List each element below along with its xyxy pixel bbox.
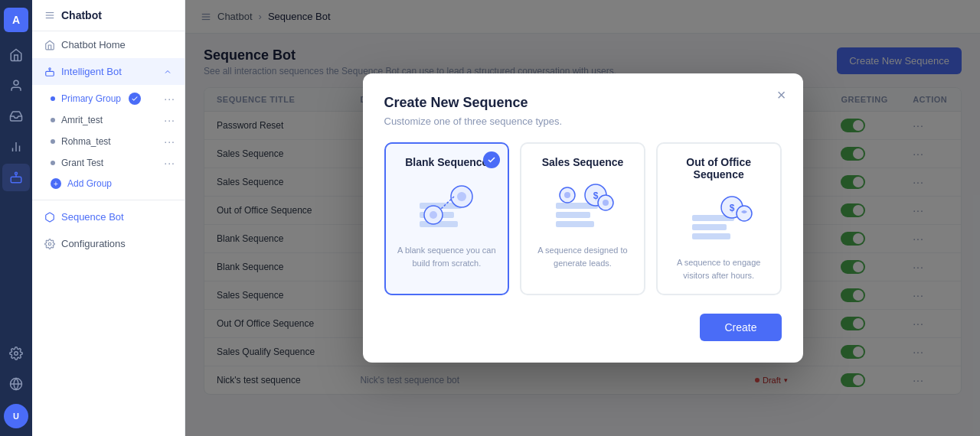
group-badge (129, 93, 141, 105)
nav-integrations[interactable] (2, 370, 30, 398)
svg-point-15 (49, 67, 51, 69)
card-office-illustration: $ (667, 190, 771, 247)
nav-reports[interactable] (2, 133, 30, 161)
group-rohma-label: Rohma_test (61, 136, 111, 147)
modal-title: Create New Sequence (384, 95, 782, 111)
group-primary-label: Primary Group (61, 93, 121, 104)
logo[interactable]: A (4, 8, 28, 32)
group-grant-label: Grant Test (61, 158, 103, 168)
group-dots-rohma[interactable]: ··· (164, 135, 175, 148)
add-group-button[interactable]: + Add Group (32, 174, 185, 194)
intelligent-bot-label: Intelligent Bot (61, 66, 122, 77)
modal-footer: Create (384, 314, 782, 341)
modal-subtitle: Customize one of three sequence types. (384, 116, 782, 127)
card-sales-desc: A sequence designed to generate leads. (531, 244, 635, 269)
nav-chatbot-home[interactable]: Chatbot Home (32, 31, 185, 58)
modal-overlay[interactable]: × Create New Sequence Customize one of t… (185, 0, 980, 436)
svg-text:$: $ (593, 190, 599, 201)
svg-point-16 (48, 242, 51, 246)
group-item-amrit[interactable]: Amrit_test ··· (32, 109, 185, 131)
card-blank-desc: A blank sequence you can build from scra… (395, 244, 499, 269)
card-blank-illustration (395, 177, 499, 235)
chatbot-home-label: Chatbot Home (61, 39, 126, 50)
svg-rect-38 (692, 233, 730, 239)
svg-point-0 (14, 80, 18, 85)
svg-rect-37 (692, 224, 727, 230)
card-sales[interactable]: Sales Sequence $ (520, 142, 645, 295)
card-blank[interactable]: Blank Sequence A blank (384, 142, 510, 295)
user-avatar[interactable]: U (4, 404, 28, 428)
svg-point-24 (457, 192, 466, 201)
card-sales-illustration: $ (531, 177, 635, 235)
svg-text:$: $ (729, 203, 734, 213)
nav-settings[interactable] (2, 340, 30, 367)
group-item-grant[interactable]: Grant Test ··· (32, 152, 185, 174)
svg-point-26 (430, 211, 437, 219)
nav-bots[interactable] (2, 164, 30, 191)
nav-home[interactable] (2, 41, 30, 69)
add-group-label: Add Group (67, 178, 112, 189)
icon-sidebar: A U (0, 0, 32, 436)
nav-sequence-bot[interactable]: Sequence Bot (32, 203, 185, 230)
group-dots-amrit[interactable]: ··· (164, 114, 175, 126)
card-check-blank (483, 151, 500, 168)
group-dots-primary[interactable]: ··· (164, 93, 175, 105)
card-sales-title: Sales Sequence (531, 156, 635, 168)
svg-rect-14 (46, 71, 54, 76)
nav-inbox[interactable] (2, 102, 30, 130)
svg-rect-29 (556, 221, 594, 227)
groups-section: Primary Group ··· Amrit_test ··· Rohma_t… (32, 85, 185, 197)
svg-point-33 (603, 200, 609, 206)
group-dots-grant[interactable]: ··· (164, 157, 175, 169)
sequence-bot-label: Sequence Bot (61, 211, 124, 223)
nav-intelligent-bot[interactable]: Intelligent Bot (32, 58, 185, 85)
configurations-label: Configurations (61, 238, 126, 249)
nav-contacts[interactable] (2, 72, 30, 99)
left-panel-header: Chatbot (32, 0, 185, 31)
svg-point-35 (564, 192, 570, 198)
create-sequence-modal: × Create New Sequence Customize one of t… (363, 73, 803, 363)
card-office[interactable]: Out of Office Sequence $ A sequence to (656, 142, 782, 295)
group-item-rohma[interactable]: Rohma_test ··· (32, 131, 185, 152)
modal-close-button[interactable]: × (771, 84, 792, 106)
content-area: Chatbot › Sequence Bot Sequence Bot See … (185, 0, 980, 436)
svg-rect-4 (11, 177, 21, 183)
svg-point-5 (15, 172, 18, 174)
card-office-desc: A sequence to engage visitors after hour… (667, 256, 771, 281)
modal-cards-container: Blank Sequence A blank (384, 142, 782, 295)
card-office-title: Out of Office Sequence (667, 156, 771, 181)
svg-rect-28 (556, 212, 590, 218)
group-item-primary[interactable]: Primary Group ··· (32, 88, 185, 109)
modal-create-button[interactable]: Create (700, 314, 781, 341)
nav-configurations[interactable]: Configurations (32, 230, 185, 257)
left-panel-title: Chatbot (61, 9, 102, 21)
svg-point-8 (15, 352, 18, 356)
left-panel: Chatbot Chatbot Home Intelligent Bot Pri… (32, 0, 185, 436)
group-amrit-label: Amrit_test (61, 115, 103, 125)
